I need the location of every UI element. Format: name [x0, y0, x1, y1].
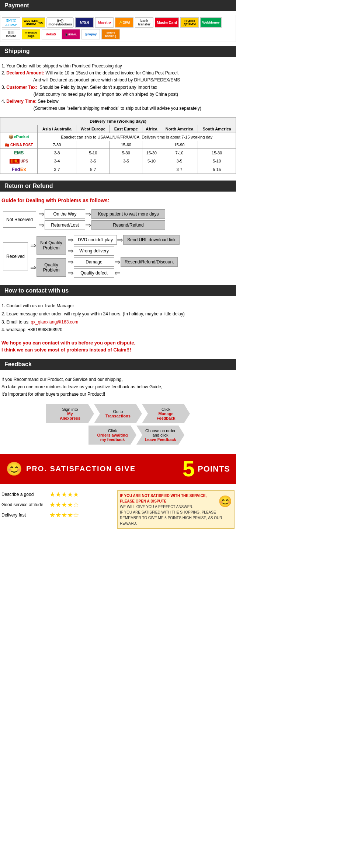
payment-section: Payment 支付宝ALIPAY WESTERNUNION\WU ((●))m… — [0, 0, 236, 46]
ems-north: 7-10 — [161, 149, 198, 157]
steps-row-2: ClickOrders awaitingmy feedback Choose o… — [88, 426, 184, 445]
delivery-table-header: Delivery Time (Working days) — [0, 118, 236, 125]
shipping-item-2: 2. Declared Amount: Will write 10 or 15u… — [1, 70, 235, 84]
webmoney-logo: WebMoney — [200, 17, 221, 28]
steps-row-1: Sign intoMyAliexpress Go toTransactions … — [46, 404, 190, 423]
star-label-2: Good service attitude — [1, 502, 49, 507]
returned-lost-box: Returned/Lost — [45, 220, 85, 230]
chinapost-asia: 7-30 — [38, 141, 76, 149]
satisfaction-warning: IF YOU ARE NOT SATISFIED WITH THE SERVIC… — [120, 494, 206, 503]
ems-south: 15-30 — [198, 149, 236, 157]
satisfaction-text: PRO. SATISFACTION GIVE — [26, 465, 180, 473]
shipping-title: Shipping — [4, 48, 30, 54]
dhl-row: DHL UPS 3-4 3-5 3-5 5-10 3-5 5-10 — [0, 157, 236, 165]
quality-defect-box: Quality defect — [74, 268, 114, 278]
giropay-logo: giropay — [81, 29, 100, 39]
alipay-logo: 支付宝ALIPAY — [2, 17, 20, 28]
stars-right: 😊 IF YOU ARE NOT SATISFIED WITH THE SERV… — [117, 490, 235, 529]
arrow-10: ⇒ — [67, 258, 74, 266]
fedex-africa: ---- — [142, 165, 161, 174]
satisfaction-label: PRO. SATISFACTION GIVE — [26, 465, 136, 473]
stars-left: Describe a good ★★★★★ Good service attit… — [1, 490, 114, 529]
arrow-11: ⇒ — [114, 258, 121, 266]
contact-item-4: 4. whatsapp: +8618968063920 — [1, 326, 235, 334]
fedex-west: 5-7 — [76, 165, 110, 174]
doku-logo: doku$ — [42, 29, 60, 39]
nr-branch-2: ⇒ Returned/Lost ⇒ Resend/Refund — [38, 220, 165, 230]
smiley-right-icon: 😊 — [218, 493, 232, 510]
shipping-item-3: 3. Customer Tax: Should be Paid by buyer… — [1, 84, 235, 98]
arrow-6: ⇒ — [67, 235, 74, 244]
shipping-item-4: 4. Delivery Time: See below (Sometimes u… — [1, 98, 235, 112]
damage-box: Damage — [74, 257, 114, 267]
quality-problem-box: QualityProblem — [37, 258, 66, 277]
feedback-steps: Sign intoMyAliexpress Go toTransactions … — [0, 400, 236, 451]
stars-2: ★★★★☆ — [49, 501, 79, 509]
col-west: West Europe — [76, 125, 110, 133]
satisfaction-positive: IF YOU ARE SATISFIED WITH THE SHOPPING, … — [120, 510, 222, 525]
return-header: Return or Refund — [0, 181, 236, 192]
nr-branches: ⇒ On the Way ⇒ Keep patient to wait more… — [38, 209, 165, 230]
dhl-south: 5-10 — [198, 157, 236, 165]
ems-row: EMS 3-8 5-10 5-30 15-30 7-10 15-30 — [0, 149, 236, 157]
dhl-logo: DHL UPS — [0, 157, 38, 165]
contact-section: How to contact with us 1. Contact with u… — [0, 285, 236, 358]
epacket-logo-cell: 📦ePacket — [0, 133, 38, 141]
not-received-flow: Not Received ⇒ On the Way ⇒ Keep patient… — [3, 209, 233, 230]
arrow-5: ⇒ — [30, 241, 37, 250]
fedex-south: 5-15 — [198, 165, 236, 174]
step-3: ClickManageFeedback — [142, 404, 190, 423]
fedex-asia: 3-7 — [38, 165, 76, 174]
chinapost-north: 15-90 — [161, 141, 198, 149]
received-box: Received — [3, 242, 28, 270]
contact-email[interactable]: qx_qianxiang@163.com — [31, 319, 78, 325]
q-sub: ⇒ Damage ⇒ Resend/Refund/Discount ⇒ Qual… — [67, 257, 178, 278]
feedback-section: Feedback If you Recommand our Product, o… — [0, 359, 236, 535]
shipping-text: 1. Your Order will be shipped within Pro… — [0, 60, 236, 114]
visa-logo: VISA — [75, 17, 94, 28]
nq-sub: ⇒ DVD couldn't play ⇒ Send URL download … — [67, 235, 180, 256]
feedback-header: Feedback — [0, 359, 236, 370]
wu-logo: WESTERNUNION\WU — [22, 17, 45, 28]
smiley-icon: 😊 — [6, 461, 22, 477]
nr-branch-1: ⇒ On the Way ⇒ Keep patient to wait more… — [38, 209, 165, 219]
satisfaction-banner: 😊 PRO. SATISFACTION GIVE 5 POINTS — [0, 454, 236, 484]
arrow-9: ⇒ — [30, 263, 37, 272]
dhl-africa: 5-10 — [142, 157, 161, 165]
contact-bold-line2: I think we can solve most of problems in… — [1, 346, 235, 354]
payment-header: Payment — [0, 0, 236, 11]
stars-section: Describe a good ★★★★★ Good service attit… — [0, 487, 236, 532]
quality-defect-row: ⇒ Quality defect ⇐ — [67, 268, 178, 278]
ems-africa: 15-30 — [142, 149, 161, 157]
resend-refund-discount-box: Resend/Refund/Discount — [121, 257, 178, 267]
contact-bold-line1: We hope you can contact with us before y… — [1, 339, 235, 347]
step-5: Choose on orderand clickLeave Feedback — [136, 426, 184, 445]
contact-bold-message: We hope you can contact with us before y… — [0, 336, 236, 355]
maestro-logo: Maestro — [95, 17, 114, 28]
sofort-logo: sofortbanking — [101, 29, 120, 39]
payment-logos: 支付宝ALIPAY WESTERNUNION\WU ((●))moneybook… — [0, 15, 236, 42]
chinapost-africa — [142, 141, 161, 149]
wrong-delivery-box: Wrong delivery — [74, 246, 114, 256]
stars-1: ★★★★★ — [49, 490, 79, 498]
col-north: North America — [161, 125, 198, 133]
fedex-row: FedEx 3-7 5-7 ----- ---- 3-7 5-15 — [0, 165, 236, 174]
feedback-title: Feedback — [4, 361, 32, 367]
arrow-8: ⇒ — [67, 246, 74, 255]
payment-title: Payment — [4, 2, 29, 8]
ems-west: 5-10 — [76, 149, 110, 157]
received-branches: ⇒ Not QualityProblem ⇒ DVD couldn't play… — [30, 235, 180, 278]
fedex-logo: FedEx — [0, 165, 38, 174]
arrow-13: ⇐ — [114, 269, 121, 277]
col-africa: Africa — [142, 125, 161, 133]
arrow-12: ⇒ — [67, 269, 74, 277]
col-carrier — [0, 125, 38, 133]
chinapost-south — [198, 141, 236, 149]
arrow-7: ⇒ — [117, 235, 123, 244]
ems-logo: EMS — [0, 149, 38, 157]
yandex-logo: ЯндексДЕНЬГИ — [180, 17, 199, 28]
dvd-box: DVD couldn't play — [74, 235, 117, 245]
satisfaction-answer: WE WILL GIVE YOU A PERFECT ANSWER. — [120, 505, 193, 509]
arrow-4: ⇒ — [85, 221, 91, 230]
fedex-east: ----- — [110, 165, 142, 174]
